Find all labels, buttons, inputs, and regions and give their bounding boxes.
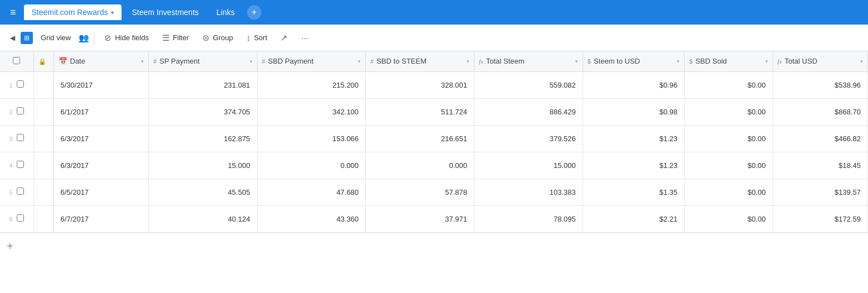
- sort-icon: ↕: [246, 33, 251, 42]
- cell-sbd-payment[interactable]: 0.000: [257, 152, 366, 179]
- row-checkbox-cell[interactable]: 4: [0, 152, 33, 179]
- cell-date[interactable]: 6/3/2017: [54, 125, 148, 152]
- row-checkbox-cell[interactable]: 1: [0, 71, 33, 98]
- cell-sbd-sold[interactable]: $0.00: [685, 205, 773, 232]
- col-header-sbd-sold[interactable]: $ SBD Sold ▾: [685, 51, 773, 71]
- cell-sp-payment[interactable]: 231.081: [148, 71, 257, 98]
- sort-label: Sort: [254, 33, 267, 42]
- row-checkbox[interactable]: [17, 188, 24, 195]
- col-header-sbd-to-steem[interactable]: # SBD to STEEM ▾: [366, 51, 474, 71]
- row-checkbox[interactable]: [17, 134, 24, 141]
- cell-total-usd[interactable]: $172.59: [773, 205, 867, 232]
- total-usd-col-arrow: ▾: [860, 59, 863, 64]
- more-button[interactable]: ···: [295, 30, 314, 46]
- steem-to-usd-col-arrow: ▾: [677, 59, 680, 64]
- cell-sbd-payment[interactable]: 47.680: [257, 179, 366, 205]
- share-button[interactable]: ↗: [275, 30, 293, 46]
- cell-sp-payment[interactable]: 374.705: [148, 98, 257, 125]
- tab-steemit-rewards[interactable]: Steemit.com Rewards ▾: [24, 4, 122, 20]
- cell-date[interactable]: 6/3/2017: [54, 152, 148, 179]
- col-date-label: Date: [70, 57, 85, 65]
- cell-date[interactable]: 6/1/2017: [54, 98, 148, 125]
- cell-sbd-to-steem[interactable]: 511.724: [366, 98, 474, 125]
- tab-steem-investments[interactable]: Steem Investments: [124, 4, 206, 20]
- row-checkbox-cell[interactable]: 6: [0, 205, 33, 232]
- cell-date[interactable]: 5/30/2017: [54, 71, 148, 98]
- cell-total-steem[interactable]: 15.000: [474, 152, 583, 179]
- cell-total-steem[interactable]: 379.526: [474, 125, 583, 152]
- cell-steem-to-usd[interactable]: $0.96: [583, 71, 685, 98]
- row-checkbox[interactable]: [17, 214, 24, 222]
- collapse-sidebar-button[interactable]: ◀: [7, 32, 18, 44]
- cell-sbd-to-steem[interactable]: 0.000: [366, 152, 474, 179]
- table-row: 1 5/30/2017 231.081 215.200 328.001 559.…: [0, 71, 868, 98]
- cell-total-steem[interactable]: 886.429: [474, 98, 583, 125]
- row-checkbox[interactable]: [17, 161, 24, 168]
- row-checkbox-cell[interactable]: 2: [0, 98, 33, 125]
- cell-sbd-to-steem[interactable]: 216.651: [366, 125, 474, 152]
- cell-sbd-sold[interactable]: $0.00: [685, 98, 773, 125]
- cell-steem-to-usd[interactable]: $0.98: [583, 98, 685, 125]
- cell-sbd-payment[interactable]: 342.100: [257, 98, 366, 125]
- total-steem-col-icon: fx: [479, 58, 483, 65]
- col-header-total-usd[interactable]: fx Total USD ▾: [773, 51, 867, 71]
- sort-button[interactable]: ↕ Sort: [241, 30, 273, 46]
- select-all-checkbox[interactable]: [13, 57, 20, 64]
- col-header-total-steem[interactable]: fx Total Steem ▾: [474, 51, 583, 71]
- grid-view-button[interactable]: Grid view: [35, 30, 76, 45]
- cell-sbd-sold[interactable]: $0.00: [685, 125, 773, 152]
- add-tab-button[interactable]: +: [247, 5, 261, 20]
- cell-total-usd[interactable]: $466.82: [773, 125, 867, 152]
- table-body: 1 5/30/2017 231.081 215.200 328.001 559.…: [0, 71, 868, 232]
- cell-sp-payment[interactable]: 162.875: [148, 125, 257, 152]
- cell-total-usd[interactable]: $18.45: [773, 152, 867, 179]
- filter-button[interactable]: ☰ Filter: [157, 30, 195, 46]
- cell-sbd-sold[interactable]: $0.00: [685, 71, 773, 98]
- row-lock-cell: [33, 152, 54, 179]
- col-header-date[interactable]: 📅 Date ▾: [54, 51, 148, 71]
- cell-sp-payment[interactable]: 45.505: [148, 179, 257, 205]
- table-row: 5 6/5/2017 45.505 47.680 57.878 103.383 …: [0, 179, 868, 205]
- cell-sbd-to-steem[interactable]: 57.878: [366, 179, 474, 205]
- sbd-to-steem-col-arrow: ▾: [467, 59, 469, 64]
- tab-links[interactable]: Links: [208, 4, 243, 20]
- cell-total-usd[interactable]: $868.70: [773, 98, 867, 125]
- cell-total-usd[interactable]: $538.96: [773, 71, 867, 98]
- col-checkbox[interactable]: [0, 51, 33, 71]
- cell-steem-to-usd[interactable]: $1.35: [583, 179, 685, 205]
- cell-total-steem[interactable]: 559.082: [474, 71, 583, 98]
- cell-total-steem[interactable]: 103.383: [474, 179, 583, 205]
- people-icon[interactable]: 👥: [79, 33, 89, 43]
- cell-sbd-sold[interactable]: $0.00: [685, 179, 773, 205]
- cell-sp-payment[interactable]: 15.000: [148, 152, 257, 179]
- row-checkbox-cell[interactable]: 3: [0, 125, 33, 152]
- cell-sp-payment[interactable]: 40.124: [148, 205, 257, 232]
- col-header-steem-to-usd[interactable]: $ Steem to USD ▾: [583, 51, 685, 71]
- table-row: 2 6/1/2017 374.705 342.100 511.724 886.4…: [0, 98, 868, 125]
- group-button[interactable]: ⊜ Group: [197, 30, 239, 46]
- tab-steemit-rewards-label: Steemit.com Rewards: [32, 8, 108, 17]
- cell-sbd-to-steem[interactable]: 37.971: [366, 205, 474, 232]
- cell-steem-to-usd[interactable]: $1.23: [583, 152, 685, 179]
- cell-steem-to-usd[interactable]: $1.23: [583, 125, 685, 152]
- add-row-button[interactable]: +: [0, 233, 868, 260]
- col-sbd-sold-label: SBD Sold: [695, 57, 726, 65]
- row-checkbox[interactable]: [17, 107, 24, 114]
- cell-total-steem[interactable]: 78.095: [474, 205, 583, 232]
- col-header-sp-payment[interactable]: # SP Payment ▾: [148, 51, 257, 71]
- cell-date[interactable]: 6/5/2017: [54, 179, 148, 205]
- cell-sbd-to-steem[interactable]: 328.001: [366, 71, 474, 98]
- hamburger-menu[interactable]: ≡: [4, 3, 22, 22]
- cell-sbd-sold[interactable]: $0.00: [685, 152, 773, 179]
- cell-sbd-payment[interactable]: 153.066: [257, 125, 366, 152]
- table-wrapper: 🔒 📅 Date ▾ # SP Payment ▾: [0, 51, 868, 293]
- cell-sbd-payment[interactable]: 215.200: [257, 71, 366, 98]
- cell-sbd-payment[interactable]: 43.360: [257, 205, 366, 232]
- cell-steem-to-usd[interactable]: $2.21: [583, 205, 685, 232]
- hide-fields-button[interactable]: ⊘ Hide fields: [99, 30, 154, 46]
- cell-total-usd[interactable]: $139.57: [773, 179, 867, 205]
- col-header-sbd-payment[interactable]: # SBD Payment ▾: [257, 51, 366, 71]
- row-checkbox-cell[interactable]: 5: [0, 179, 33, 205]
- row-checkbox[interactable]: [17, 80, 24, 88]
- cell-date[interactable]: 6/7/2017: [54, 205, 148, 232]
